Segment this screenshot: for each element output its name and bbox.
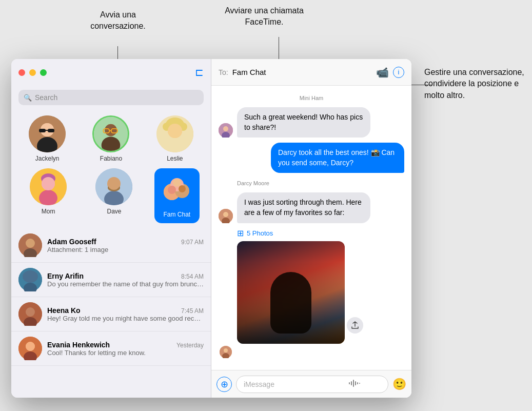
close-button[interactable] (18, 69, 25, 76)
conv-evania-content: Evania Henkewich Yesterday Cool! Thanks … (47, 341, 204, 357)
avatar-mom (30, 168, 67, 205)
avatar-darcy-small (220, 346, 232, 358)
svg-point-43 (23, 270, 38, 283)
pinned-label-dave: Dave (107, 208, 121, 215)
svg-point-23 (42, 177, 55, 190)
avatar-dave (95, 168, 132, 205)
sidebar-titlebar: ⊏ (11, 59, 211, 86)
famchat-avatar-container (159, 171, 195, 208)
conv-heena-name: Heena Ko (47, 306, 81, 315)
chat-recipient-name: Fam Chat (232, 68, 368, 76)
svg-point-45 (26, 307, 35, 317)
to-label: To: (219, 68, 228, 76)
conv-adam-content: Adam Gooseff 9:07 AM Attachment: 1 image (47, 238, 204, 253)
svg-point-34 (168, 186, 176, 194)
bubble-me: Darcy took all the best ones! 📸 Can you … (271, 143, 404, 173)
facetime-button[interactable]: 📹 (376, 66, 389, 79)
conv-adam-preview: Attachment: 1 image (47, 246, 204, 253)
pinned-dave[interactable]: Dave (88, 168, 140, 223)
conv-evania-time: Yesterday (176, 342, 204, 349)
pinned-fabiano[interactable]: Fabiano (85, 115, 136, 162)
pinned-famchat[interactable]: Fam Chat (154, 168, 200, 223)
info-button[interactable]: i (393, 67, 404, 78)
traffic-lights (18, 69, 47, 76)
sender-label-miniham: Mini Ham (219, 93, 404, 102)
pinned-row-1: Jackelyn Fabiano (11, 109, 211, 166)
messages-window: ⊏ 🔍 Search (11, 59, 411, 398)
conv-erny-preview: Do you remember the name of that guy fro… (47, 280, 204, 288)
conv-erny-time: 8:54 AM (181, 273, 204, 280)
pinned-label-jackelyn: Jackelyn (35, 155, 60, 162)
photos-header: ⊞ 5 Photos (237, 228, 350, 238)
photo-figure (270, 272, 311, 334)
photos-count: 5 Photos (247, 229, 273, 237)
msg-row-me: Darcy took all the best ones! 📸 Can you … (219, 143, 404, 173)
photos-grid-icon: ⊞ (237, 228, 244, 238)
pinned-jackelyn[interactable]: Jackelyn (22, 115, 73, 162)
message-input-placeholder: iMessage (244, 380, 274, 388)
svg-point-35 (179, 185, 186, 192)
avatar-adam (18, 233, 42, 257)
conv-heena[interactable]: Heena Ko 7:45 AM Hey! Gray told me you m… (11, 297, 211, 331)
conv-evania-name: Evania Henkewich (47, 341, 110, 349)
bubble-miniham: Such a great weekend! Who has pics to sh… (237, 107, 370, 138)
share-button[interactable] (347, 317, 363, 334)
photo-preview (237, 241, 345, 344)
conv-heena-content: Heena Ko 7:45 AM Hey! Gray told me you m… (47, 306, 204, 322)
pinned-label-mom: Mom (42, 208, 55, 215)
pinned-mom[interactable]: Mom (23, 168, 74, 223)
conv-evania[interactable]: Evania Henkewich Yesterday Cool! Thanks … (11, 331, 211, 366)
svg-point-52 (223, 126, 228, 131)
svg-point-18 (168, 124, 182, 138)
conv-adam-time: 9:07 AM (181, 239, 204, 246)
conv-heena-time: 7:45 AM (181, 307, 204, 315)
svg-rect-65 (359, 383, 360, 384)
apps-icon: ⊕ (221, 379, 228, 390)
apps-button[interactable]: ⊕ (216, 377, 232, 392)
conv-erny-name: Erny Arifin (47, 272, 84, 280)
svg-rect-5 (48, 129, 54, 132)
pinned-label-famchat: Fam Chat (163, 211, 190, 218)
search-bar[interactable]: 🔍 Search (18, 90, 204, 105)
svg-rect-64 (357, 382, 358, 384)
sender-label-darcy: Darcy Moore (237, 178, 404, 187)
pinned-label-leslie: Leslie (167, 155, 183, 162)
msg-row-darcy: I was just sorting through them. Here ar… (219, 192, 404, 223)
search-placeholder: Search (35, 93, 57, 102)
avatar-erny (18, 268, 42, 291)
pinned-leslie[interactable]: Leslie (149, 115, 201, 162)
left-annotation: Avvia una conversazione. (77, 9, 159, 32)
svg-point-28 (108, 178, 120, 190)
avatar-darcy (219, 209, 233, 223)
msg-row-miniham: Such a great weekend! Who has pics to sh… (219, 107, 404, 138)
conv-evania-preview: Cool! Thanks for letting me know. (47, 349, 204, 357)
pinned-row-2: Mom Dave (11, 166, 211, 228)
avatar-jackelyn (29, 115, 66, 152)
conv-adam[interactable]: Adam Gooseff 9:07 AM Attachment: 1 image (11, 228, 211, 263)
svg-rect-61 (351, 381, 352, 385)
chat-messages: Mini Ham Such a great weekend! Who has p… (211, 86, 411, 370)
chat-input-bar: ⊕ iMessage 🙂 (211, 370, 411, 398)
svg-rect-60 (349, 382, 350, 384)
maximize-button[interactable] (40, 69, 47, 76)
photos-section: ⊞ 5 Photos (237, 228, 350, 346)
avatar-heena (18, 302, 42, 326)
emoji-button[interactable]: 🙂 (392, 378, 406, 391)
audio-waveform-icon (349, 380, 361, 388)
message-input[interactable]: iMessage (236, 376, 388, 393)
compose-button[interactable]: ⊏ (195, 66, 204, 79)
darcy-avatar-bottom (219, 346, 404, 358)
photo-preview-container (237, 241, 345, 344)
pinned-label-fabiano: Fabiano (100, 155, 122, 162)
conv-erny[interactable]: Erny Arifin 8:54 AM Do you remember the … (11, 263, 211, 297)
conv-heena-preview: Hey! Gray told me you might have some go… (47, 315, 204, 322)
conversation-list: Adam Gooseff 9:07 AM Attachment: 1 image (11, 228, 211, 398)
avatar-leslie (156, 115, 193, 152)
svg-point-38 (26, 239, 35, 248)
svg-point-58 (224, 348, 228, 353)
right-annotation-line (410, 85, 432, 85)
minimize-button[interactable] (29, 69, 36, 76)
svg-point-36 (173, 179, 181, 187)
chat-header: To: Fam Chat 📹 i (211, 59, 411, 86)
center-annotation: Avviare una chiamata FaceTime. (215, 5, 313, 28)
